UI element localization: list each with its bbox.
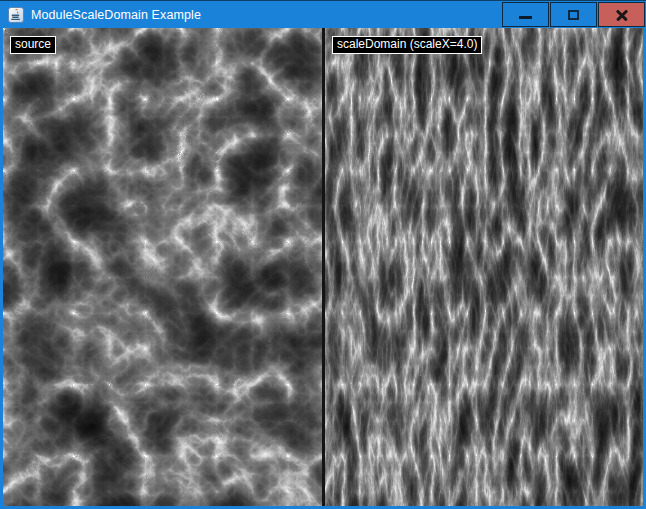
source-noise-image [3, 28, 322, 506]
maximize-icon [568, 10, 579, 20]
scale-domain-panel: scaleDomain (scaleX=4.0) [325, 28, 643, 506]
close-button[interactable] [598, 2, 645, 27]
scale-domain-label: scaleDomain (scaleX=4.0) [332, 36, 482, 54]
java-app-icon[interactable] [8, 7, 24, 23]
minimize-button[interactable] [502, 2, 549, 27]
window-controls [501, 2, 645, 27]
minimize-icon [519, 16, 532, 19]
maximize-button[interactable] [550, 2, 597, 27]
app-window: ModuleScaleDomain Example [0, 0, 646, 509]
panel-row: source [3, 28, 643, 506]
close-icon [615, 8, 629, 22]
source-label: source [10, 36, 56, 54]
titlebar[interactable]: ModuleScaleDomain Example [0, 0, 646, 28]
window-content: source [0, 28, 646, 509]
source-panel: source [3, 28, 322, 506]
window-title: ModuleScaleDomain Example [31, 8, 501, 22]
scale-domain-noise-image [325, 28, 643, 506]
